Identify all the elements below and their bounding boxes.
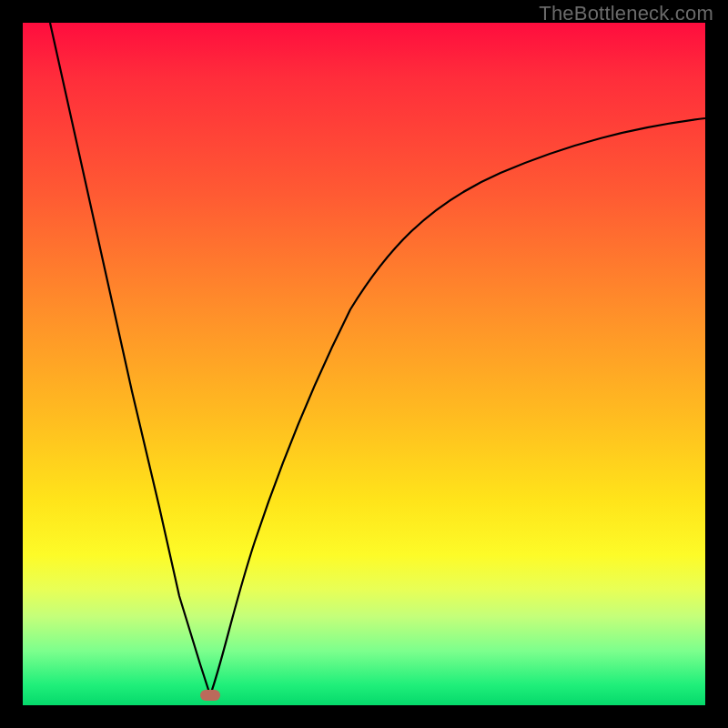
watermark-text: TheBottleneck.com (539, 2, 713, 25)
curve-right-branch (210, 118, 705, 695)
minimum-marker (200, 690, 220, 701)
chart-frame: TheBottleneck.com (0, 0, 728, 728)
bottleneck-curve (23, 23, 705, 705)
curve-left-branch (50, 23, 210, 695)
plot-area (23, 23, 705, 705)
